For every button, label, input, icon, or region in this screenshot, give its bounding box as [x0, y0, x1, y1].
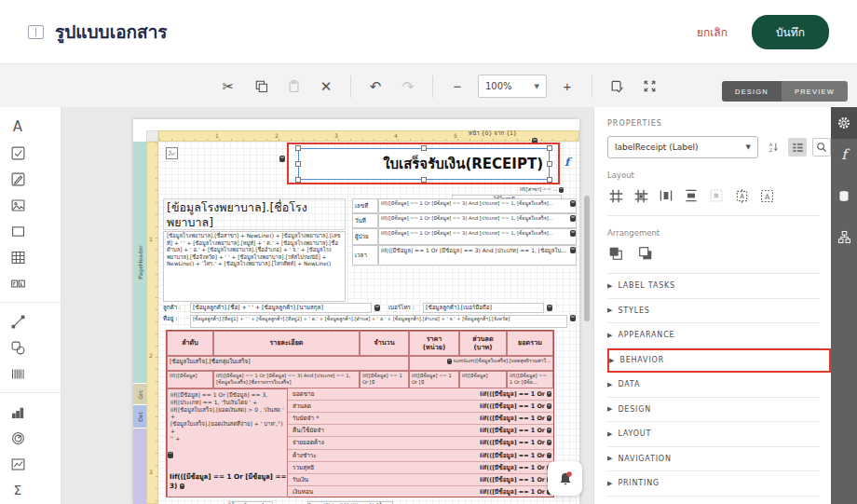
resize-handle[interactable] [295, 145, 301, 151]
resize-handle[interactable] [547, 145, 552, 151]
chart-tool-icon[interactable] [5, 399, 31, 425]
math-formula-tool-icon[interactable]: Σ [5, 477, 31, 503]
validate-icon[interactable] [605, 75, 629, 99]
summary-row[interactable]: ยอดขายIif(([มีข้อมูล] == 1 Or [288, 388, 553, 401]
resize-handle[interactable] [547, 161, 552, 167]
section-behavior[interactable]: ▶BEHAVIOR [607, 348, 831, 374]
delete-icon[interactable]: ✕ [314, 75, 338, 99]
zoom-in-icon[interactable]: + [555, 75, 579, 99]
resize-handle[interactable] [421, 145, 427, 151]
copy-icon[interactable] [249, 75, 273, 99]
title-expression[interactable]: Iif([สาขา] == ... [452, 186, 564, 193]
image-tool-icon[interactable] [5, 192, 31, 218]
shape-tool-icon[interactable] [5, 334, 31, 361]
subreport-tool-icon[interactable] [5, 270, 31, 296]
page-of-label[interactable]: หน้า {0} จาก {1} [438, 129, 517, 137]
band-page-header[interactable]: PageHeader [133, 142, 146, 383]
sparkline-tool-icon[interactable] [5, 451, 31, 477]
summary-row[interactable]: จ่ายยอดค้างIif(([มีข้อมูล] == 1 Or [288, 437, 553, 449]
section-layout[interactable]: ▶LAYOUT [607, 422, 820, 447]
fit-to-container-icon[interactable] [708, 187, 725, 204]
col-header[interactable]: ยอดรวม [507, 331, 553, 356]
appointment-row[interactable]: นัดหมายครั้งถัดไป : [ข้อมูลนัดหมาย].[วัน… [168, 500, 428, 504]
sort-az-icon[interactable]: AZ [764, 138, 782, 157]
zoom-out-icon[interactable]: − [445, 75, 469, 99]
send-to-back-icon[interactable] [637, 245, 654, 262]
report-page[interactable]: PageHeader Grc Det 1 2 3 4 5 1 2 3 [133, 119, 579, 504]
bring-to-front-icon[interactable] [607, 245, 624, 262]
info-row[interactable]: วันที่ Iif(([มีข้อมูล] == 1 Or [มีข้อมูล… [352, 213, 576, 228]
text-tool-icon[interactable]: A [5, 114, 31, 140]
move-to-grid-icon[interactable] [633, 187, 649, 204]
resize-handle[interactable] [295, 161, 301, 167]
hospital-address-field[interactable]: [ข้อมูลโรงพยาบาล].[ชื่อสาขา] + NewLine()… [163, 231, 346, 302]
label-receipt[interactable]: ใบเสร็จรับเงิน(RECEIPT) [298, 148, 550, 180]
col-header[interactable]: จำนวน [360, 331, 409, 356]
element-select[interactable]: labelReceipt (Label) ▼ [607, 136, 758, 158]
functions-rail-button[interactable]: f [831, 139, 857, 170]
summary-row[interactable]: รวมสุทธิIif(([มีข้อมูล] == 1 Or [288, 462, 553, 474]
summary-row[interactable]: ส่วนลดIif(([มีข้อมูล] == 1 Or [288, 401, 553, 413]
col-header[interactable]: ส่วนลด (บาท) [459, 331, 507, 356]
tab-design[interactable]: DESIGN [722, 81, 782, 102]
properties-rail-button[interactable] [831, 107, 857, 139]
section-data[interactable]: ▶DATA [607, 373, 820, 398]
checkbox-tool-icon[interactable] [5, 140, 31, 166]
summary-row[interactable]: ค้างชำระIif(([มีข้อมูล] == 1 Or [288, 450, 553, 462]
resize-handle[interactable] [295, 177, 301, 183]
summary-row[interactable]: คืน/ใช้มัดจำIif(([มีข้อมูล] == 1 Or [288, 425, 553, 437]
gauge-tool-icon[interactable] [5, 425, 31, 451]
barcode-tool-icon[interactable] [5, 361, 31, 387]
info-row[interactable]: ผู้ป่วย Iif(([มีข้อมูล] == 1 Or [มีข้อมู… [352, 228, 576, 245]
section-styles[interactable]: ▶STYLES [607, 299, 820, 324]
band-group[interactable]: Grc [133, 384, 146, 404]
save-button[interactable]: บันทึก [752, 15, 829, 49]
design-canvas[interactable]: PageHeader Grc Det 1 2 3 4 5 1 2 3 [61, 107, 593, 504]
band-footer[interactable] [133, 429, 146, 504]
table-group-row[interactable]: [ข้อมูลใบเสร็จ].[ชื่อกลุ่มใบเสร็จ] sumSu… [167, 356, 553, 371]
cancel-button[interactable]: ยกเลิก [697, 23, 728, 41]
table-tool-icon[interactable] [5, 244, 31, 270]
hospital-name-field[interactable]: [ข้อมูลโรงพยาบาล].[ชื่อโรงพยาบาล] [163, 198, 346, 230]
tab-preview[interactable]: PREVIEW [782, 81, 848, 102]
image-placeholder-icon[interactable] [166, 147, 178, 159]
panel-tool-icon[interactable] [5, 218, 31, 244]
payment-cell[interactable]: Iif([มีข้อมูล] == 1 Or [มีข้อมูล] == 3, … [167, 388, 288, 497]
size-to-content-icon[interactable]: A [758, 187, 775, 204]
summary-row[interactable]: รับมัดจำ *Iif(([มีข้อมูล] == 1 Or [288, 413, 553, 425]
col-header[interactable]: ราคา (หน่วย) [409, 331, 459, 356]
fullscreen-icon[interactable] [637, 75, 661, 99]
canvas-scrollbar[interactable] [584, 196, 590, 321]
section-printing[interactable]: ▶PRINTING [607, 471, 820, 497]
align-to-grid-icon[interactable] [607, 187, 624, 204]
band-detail[interactable]: Det [133, 405, 146, 428]
cut-icon[interactable]: ✂ [216, 75, 240, 99]
section-label-tasks[interactable]: ▶LABEL TASKS [607, 274, 820, 299]
redo-icon[interactable]: ↷ [396, 75, 420, 99]
receipt-table[interactable]: ลำดับ รายละเอียด จำนวน ราคา (หน่วย) ส่วน… [166, 330, 554, 497]
paste-icon[interactable] [281, 75, 306, 99]
customer-row[interactable]: ลูกค้า : [ข้อมูลลูกค้า].[ชื่อ] + ' ' + [… [163, 302, 576, 314]
info-row[interactable]: เวลา Iif(([มีข้อมูล] == 1 Or [มีข้อมูล] … [352, 245, 576, 266]
data-dictionary-rail-button[interactable] [831, 180, 857, 211]
summary-row[interactable]: รับเงินIif(([มีข้อมูล] == 1 Or [288, 474, 553, 486]
page-content[interactable]: หน้า {0} จาก {1} ใบเสร็จรับเงิน(RECEIPT) [158, 142, 579, 504]
address-row[interactable]: ที่อยู่ : [ข้อมูลลูกค้า].[ที่อยู่1] + ' … [163, 315, 576, 329]
col-header[interactable]: รายละเอียด [213, 331, 360, 356]
report-tree-rail-button[interactable] [831, 221, 857, 252]
col-header[interactable]: ลำดับ [167, 331, 213, 356]
notification-bell-button[interactable] [548, 461, 582, 496]
table-detail-row[interactable]: Iif(([มีข้อมูล] Iif(([มีข้อมูล] == 1 Or … [167, 371, 553, 388]
line-tool-icon[interactable] [5, 308, 31, 334]
section-design[interactable]: ▶DESIGN [607, 398, 820, 423]
section-navigation[interactable]: ▶NAVIGATION [607, 447, 820, 472]
summary-row[interactable]: เงินทอนIif(([มีข้อมูล] == 1 Or [288, 486, 553, 497]
zoom-level-select[interactable]: 100% ▼ [478, 75, 547, 98]
auto-size-icon[interactable]: A [733, 187, 750, 204]
undo-icon[interactable]: ↶ [363, 75, 388, 99]
resize-handle[interactable] [421, 177, 427, 183]
resize-handle[interactable] [547, 177, 552, 183]
categorized-view-icon[interactable] [788, 138, 807, 157]
richtext-tool-icon[interactable] [5, 166, 31, 192]
center-horizontally-icon[interactable] [658, 187, 674, 204]
